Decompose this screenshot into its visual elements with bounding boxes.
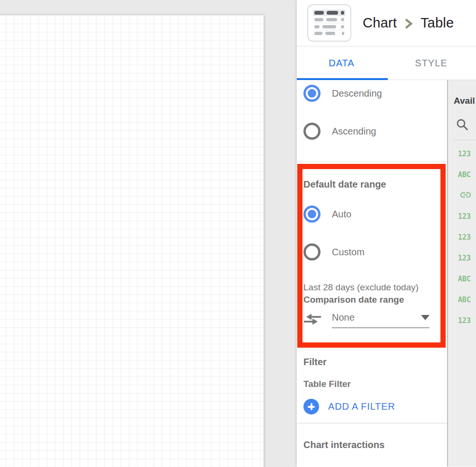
breadcrumb-table: Table [421,15,454,31]
section-title: Filter [303,357,447,368]
plus-circle-icon [303,399,319,414]
dropdown-value: None [332,312,355,323]
looker-studio-editor: Chart Table DATA STYLE Descending [0,0,476,467]
table-icon-row [313,23,346,29]
chevron-right-icon [403,18,414,29]
number-field-icon: 123 [458,316,471,325]
text-field-icon: ABC [458,275,471,283]
report-workspace [0,0,297,467]
properties-panel: Chart Table DATA STYLE Descending [297,0,476,467]
comparison-date-range-row: None [303,312,439,328]
panel-header: Chart Table [297,0,476,46]
table-chart-icon[interactable] [307,4,351,42]
add-filter-button[interactable]: ADD A FILTER [303,399,447,414]
link-icon [458,190,473,201]
available-fields-title: Avail [454,96,476,106]
number-field-icon: 123 [458,254,471,262]
sort-order-card: Descending Ascending [297,80,447,162]
table-icon-header-row [313,9,346,16]
breadcrumb-chart[interactable]: Chart [363,15,397,31]
tab-style[interactable]: STYLE [386,46,476,80]
field-item-number[interactable]: 123 [458,233,476,242]
radio-label: Ascending [332,126,376,137]
field-item-number[interactable]: 123 [458,212,476,221]
radio-descending[interactable]: Descending [303,80,447,102]
radio-custom[interactable]: Custom [303,243,439,260]
section-title: Chart interactions [303,440,447,450]
number-field-icon: 123 [458,150,471,158]
radio-unselected-icon [303,243,320,260]
highlight-annotation-red-box: Default date range Auto Custom Last 28 d… [297,164,446,348]
field-item-number[interactable]: 123 [458,316,476,325]
table-filter-label: Table Filter [303,379,447,389]
chart-interactions-section: Chart interactions [297,423,447,450]
filter-section: Filter Table Filter ADD A FILTER [297,348,447,423]
radio-unselected-icon [303,123,320,140]
search-icon[interactable] [456,118,476,133]
radio-label: Descending [332,88,382,99]
field-item-number[interactable]: 123 [458,254,476,262]
available-fields-palette: Avail 123 ABC [447,80,476,467]
field-item-number[interactable]: 123 [458,150,476,158]
field-item-text[interactable]: ABC [458,296,476,304]
comparison-date-range-title: Comparison date range [303,295,439,305]
text-field-icon: ABC [458,296,471,304]
number-field-icon: 123 [458,212,471,221]
radio-ascending[interactable]: Ascending [303,123,447,140]
current-date-range-text: Last 28 days (exclude today) [303,282,439,293]
compare-arrows-icon [303,313,321,328]
panel-tabbar: DATA STYLE [297,46,476,80]
palette-divider [454,140,476,140]
tab-data[interactable]: DATA [297,46,386,80]
section-title: Default date range [303,169,439,190]
radio-auto[interactable]: Auto [303,206,439,223]
radio-label: Custom [332,247,365,258]
data-properties-column: Descending Ascending Default date range … [297,80,447,467]
radio-selected-icon [303,85,320,102]
active-tab-underline [297,78,388,80]
comparison-range-dropdown[interactable]: None [332,312,430,328]
text-field-icon: ABC [458,171,471,179]
radio-label: Auto [332,209,351,220]
field-item-url[interactable] [458,191,476,200]
default-date-range-section: Default date range Auto Custom Last 28 d… [302,169,440,342]
add-filter-label: ADD A FILTER [328,401,395,412]
report-canvas-grid[interactable] [0,15,264,467]
field-list: 123 ABC 123 123 123 ABC ABC 123 [448,150,476,325]
breadcrumb: Chart Table [363,15,454,31]
field-item-text[interactable]: ABC [458,171,476,179]
field-item-text[interactable]: ABC [458,275,476,283]
number-field-icon: 123 [458,233,471,242]
table-icon-row [313,30,346,36]
caret-down-icon [421,315,430,320]
radio-selected-icon [303,206,320,223]
table-icon-row [313,16,346,23]
